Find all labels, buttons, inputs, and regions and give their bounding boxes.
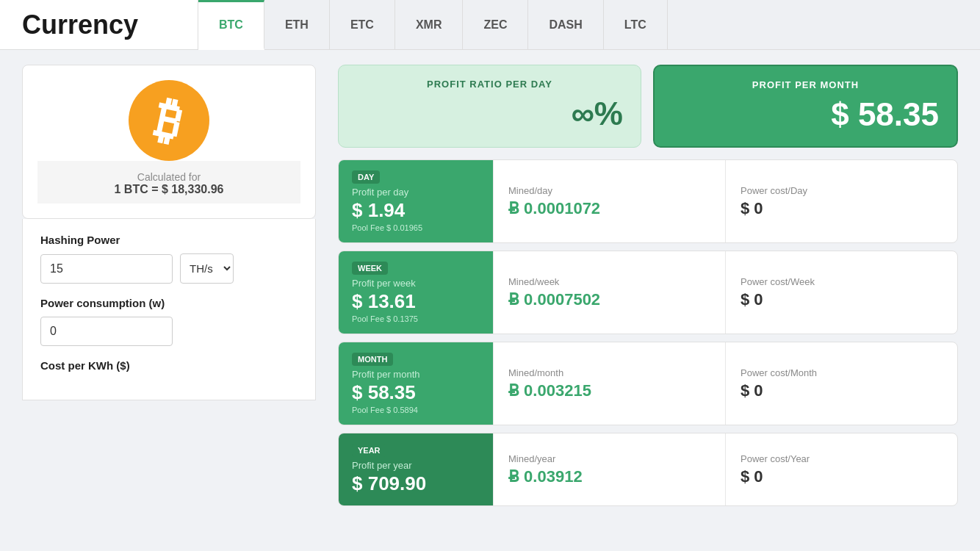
- mined-value-week: Ƀ 0.0007502: [508, 290, 710, 309]
- stats-row-month: Month Profit per month $ 58.35 Pool Fee …: [338, 342, 958, 425]
- cost-label-month: Power cost/Month: [741, 367, 943, 378]
- hashing-power-label: Hashing Power: [40, 234, 298, 246]
- cost-cell-week: Power cost/Week $ 0: [725, 251, 957, 334]
- cost-value-week: $ 0: [741, 290, 943, 309]
- mined-cell-day: Mined/day Ƀ 0.0001072: [493, 160, 725, 242]
- pool-fee-week: Pool Fee $ 0.1375: [352, 314, 480, 323]
- period-badge-day: Day: [352, 170, 380, 184]
- stats-row-week: Week Profit per week $ 13.61 Pool Fee $ …: [338, 251, 958, 334]
- calc-value: 1 BTC = $ 18,330.96: [37, 183, 300, 196]
- nav-tab-ltc[interactable]: LTC: [604, 0, 668, 49]
- period-badge-week: Week: [352, 262, 388, 275]
- bitcoin-symbol: ₿: [151, 93, 186, 148]
- profit-value-day: $ 1.94: [352, 199, 480, 222]
- cost-cell-year: Power cost/Year $ 0: [725, 433, 957, 505]
- form-section: Hashing Power TH/s GH/s MH/s Power consu…: [22, 219, 316, 400]
- mined-value-day: Ƀ 0.0001072: [508, 199, 710, 218]
- cost-kwh-group: Cost per KWh ($): [40, 359, 298, 372]
- profit-label-day: Profit per day: [352, 187, 480, 198]
- mined-value-year: Ƀ 0.03912: [508, 467, 710, 486]
- profit-monthly-card: PROFIT PER MONTH $ 58.35: [653, 65, 958, 148]
- nav-tab-eth[interactable]: ETH: [264, 0, 330, 49]
- btc-icon: ₿: [129, 80, 209, 161]
- cost-label-year: Power cost/Year: [741, 453, 943, 464]
- nav-tab-xmr[interactable]: XMR: [395, 0, 464, 49]
- cost-label-day: Power cost/Day: [741, 185, 943, 196]
- ratio-label: PROFIT RATIO PER DAY: [356, 79, 623, 90]
- stats-left-month: Month Profit per month $ 58.35 Pool Fee …: [339, 342, 493, 425]
- app-title: Currency: [0, 0, 198, 49]
- mined-label-day: Mined/day: [508, 185, 710, 196]
- profit-label-month: Profit per month: [352, 369, 480, 380]
- profit-value-week: $ 13.61: [352, 290, 480, 313]
- coin-card: ₿ Calculated for 1 BTC = $ 18,330.96: [22, 65, 316, 219]
- mined-cell-week: Mined/week Ƀ 0.0007502: [493, 251, 725, 334]
- monthly-label: PROFIT PER MONTH: [672, 79, 939, 90]
- cost-kwh-label: Cost per KWh ($): [40, 359, 298, 372]
- nav-tab-dash[interactable]: DASH: [528, 0, 603, 49]
- cost-value-day: $ 0: [741, 199, 943, 218]
- period-badge-year: Year: [352, 444, 386, 457]
- mined-value-month: Ƀ 0.003215: [508, 381, 710, 400]
- profit-value-month: $ 58.35: [352, 381, 480, 404]
- currency-nav: BTCETHETCXMRZECDASHLTC: [198, 0, 980, 49]
- stats-left-day: Day Profit per day $ 1.94 Pool Fee $ 0.0…: [339, 160, 493, 242]
- app-header: Currency BTCETHETCXMRZECDASHLTC: [0, 0, 980, 50]
- cost-value-year: $ 0: [741, 467, 943, 486]
- hashing-power-row: TH/s GH/s MH/s: [40, 253, 298, 284]
- summary-cards: PROFIT RATIO PER DAY ∞% PROFIT PER MONTH…: [338, 65, 958, 148]
- cost-value-month: $ 0: [741, 381, 943, 400]
- mined-label-week: Mined/week: [508, 276, 710, 287]
- stats-table: Day Profit per day $ 1.94 Pool Fee $ 0.0…: [338, 159, 958, 506]
- cost-cell-month: Power cost/Month $ 0: [725, 342, 957, 425]
- main-container: ₿ Calculated for 1 BTC = $ 18,330.96 Has…: [0, 50, 980, 551]
- profit-label-year: Profit per year: [352, 460, 480, 471]
- hashing-power-unit-select[interactable]: TH/s GH/s MH/s: [180, 253, 234, 284]
- profit-value-year: $ 709.90: [352, 472, 480, 495]
- period-badge-month: Month: [352, 353, 393, 366]
- sidebar: ₿ Calculated for 1 BTC = $ 18,330.96 Has…: [22, 65, 316, 536]
- pool-fee-month: Pool Fee $ 0.5894: [352, 406, 480, 414]
- hashing-power-input[interactable]: [40, 254, 173, 284]
- power-consumption-group: Power consumption (w): [40, 297, 298, 346]
- hashing-power-group: Hashing Power TH/s GH/s MH/s: [40, 234, 298, 284]
- stats-left-week: Week Profit per week $ 13.61 Pool Fee $ …: [339, 251, 493, 334]
- nav-tab-etc[interactable]: ETC: [330, 0, 395, 49]
- stats-row-day: Day Profit per day $ 1.94 Pool Fee $ 0.0…: [338, 159, 958, 243]
- calc-info: Calculated for 1 BTC = $ 18,330.96: [37, 161, 300, 204]
- mined-label-year: Mined/year: [508, 453, 710, 464]
- monthly-value: $ 58.35: [831, 96, 939, 133]
- power-consumption-label: Power consumption (w): [40, 297, 298, 309]
- mined-cell-month: Mined/month Ƀ 0.003215: [493, 342, 725, 425]
- nav-tab-zec[interactable]: ZEC: [463, 0, 528, 49]
- content-area: PROFIT RATIO PER DAY ∞% PROFIT PER MONTH…: [338, 65, 958, 536]
- nav-tab-btc[interactable]: BTC: [198, 0, 264, 50]
- power-consumption-input[interactable]: [40, 317, 173, 346]
- profit-ratio-card: PROFIT RATIO PER DAY ∞%: [338, 65, 641, 148]
- calc-label: Calculated for: [37, 171, 300, 183]
- mined-cell-year: Mined/year Ƀ 0.03912: [493, 433, 725, 505]
- pool-fee-day: Pool Fee $ 0.01965: [352, 223, 480, 232]
- stats-row-year: Year Profit per year $ 709.90 Mined/year…: [338, 433, 958, 506]
- profit-label-week: Profit per week: [352, 278, 480, 289]
- ratio-value: ∞%: [572, 96, 624, 132]
- mined-label-month: Mined/month: [508, 367, 710, 378]
- cost-cell-day: Power cost/Day $ 0: [725, 160, 957, 242]
- stats-left-year: Year Profit per year $ 709.90: [339, 433, 493, 505]
- cost-label-week: Power cost/Week: [741, 276, 943, 287]
